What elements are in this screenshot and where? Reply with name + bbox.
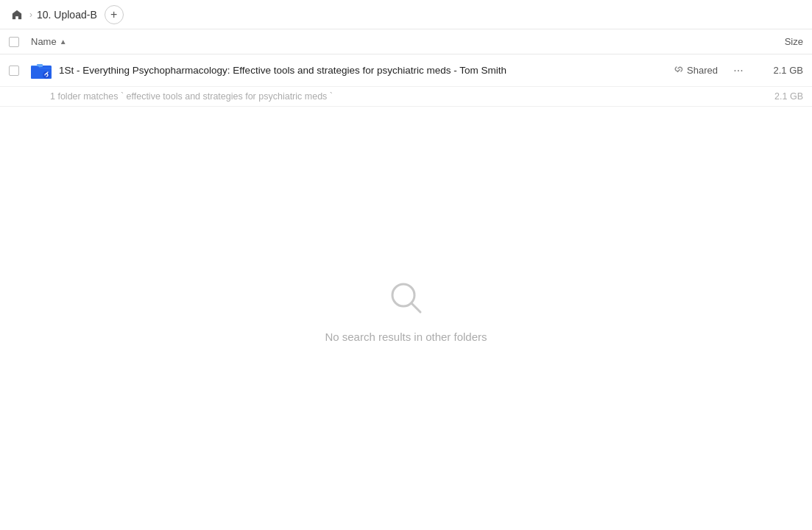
no-results-area: No search results in other folders <box>0 107 812 515</box>
svg-point-3 <box>43 71 50 79</box>
select-all-checkbox[interactable] <box>9 37 24 47</box>
link-icon <box>674 66 684 76</box>
column-header: Name ▲ Size <box>0 29 812 54</box>
sort-arrow-icon: ▲ <box>60 38 67 46</box>
name-column-header[interactable]: Name ▲ <box>31 36 744 47</box>
file-name: 1St - Everything Psychopharmacology: Eff… <box>59 65 674 76</box>
more-options-button[interactable]: ··· <box>730 62 747 80</box>
add-button[interactable]: + <box>105 5 124 24</box>
no-results-text: No search results in other folders <box>325 331 487 343</box>
top-bar: › 10. Upload-B + <box>0 0 812 29</box>
size-column-header[interactable]: Size <box>744 36 803 47</box>
row-checkbox[interactable] <box>9 66 24 76</box>
match-info: 1 folder matches ` effective tools and s… <box>0 87 812 107</box>
file-size: 2.1 GB <box>759 65 803 76</box>
breadcrumb-separator: › <box>29 10 32 20</box>
breadcrumb-label[interactable]: 10. Upload-B <box>37 9 97 21</box>
shared-badge: Shared <box>674 65 718 76</box>
shared-label: Shared <box>687 65 718 76</box>
file-row[interactable]: 1St - Everything Psychopharmacology: Eff… <box>0 54 812 87</box>
match-size: 2.1 GB <box>774 91 803 102</box>
no-results-search-icon <box>386 278 426 320</box>
svg-line-5 <box>412 303 420 312</box>
folder-icon <box>31 60 52 81</box>
match-info-text: 1 folder matches ` effective tools and s… <box>50 91 333 102</box>
home-button[interactable] <box>9 7 25 23</box>
